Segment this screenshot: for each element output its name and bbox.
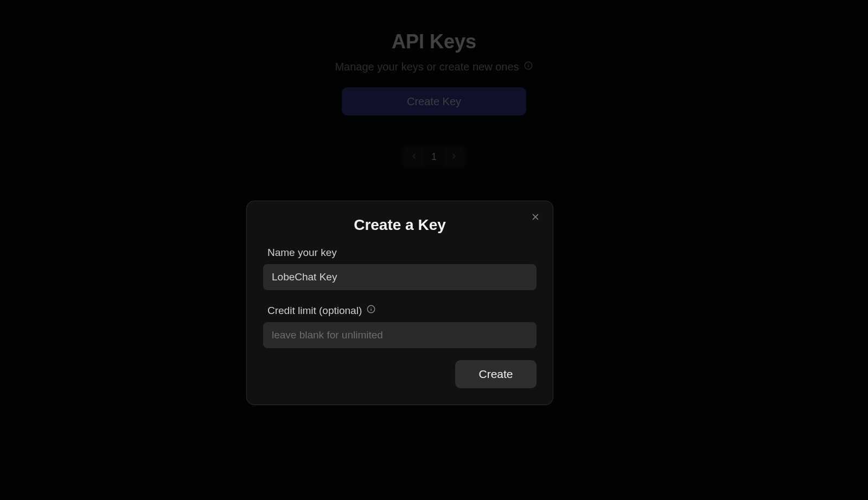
create-key-modal: Create a Key Name your key Credit limit … (246, 201, 553, 405)
modal-close-button[interactable] (528, 210, 543, 225)
info-icon[interactable] (366, 304, 376, 317)
close-icon (531, 212, 540, 223)
credit-limit-input[interactable] (263, 322, 537, 348)
svg-point-7 (371, 307, 372, 307)
modal-title: Create a Key (263, 216, 537, 234)
key-name-input[interactable] (263, 264, 537, 290)
name-field-label: Name your key (267, 247, 537, 259)
credit-limit-label: Credit limit (optional) (267, 305, 362, 317)
credit-limit-label-row: Credit limit (optional) (267, 304, 537, 317)
create-button[interactable]: Create (455, 360, 537, 388)
